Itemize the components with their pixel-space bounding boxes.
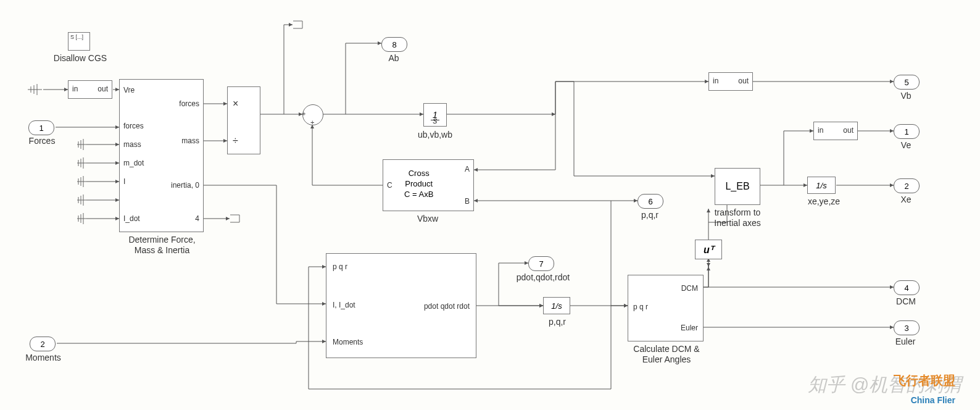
dcm-out-dcm: DCM [681, 284, 698, 293]
det-out-mass: mass [181, 136, 199, 145]
outport-ve[interactable]: 1 [894, 124, 920, 139]
determine-block[interactable]: Vre forces mass m_dot I I_dot forces mas… [119, 79, 204, 232]
watermark-brand: 飞行者联盟 [894, 372, 955, 389]
cross-text: Cross Product C = AxB [404, 169, 433, 200]
outport-pqr-num: 6 [648, 197, 652, 206]
divide-bot: ÷ [233, 135, 238, 146]
integrator2-text: 1/s [816, 181, 826, 190]
dcm-in-pqr: p q r [633, 303, 648, 311]
outport-vb[interactable]: 5 [894, 75, 920, 90]
selector-2-in: in [713, 77, 718, 85]
cross-C: C [387, 181, 392, 190]
determine-block-label: Determine Force,Mass & Inertia [117, 235, 207, 256]
det-port-idot: I_dot [123, 214, 140, 223]
inport-moments[interactable]: 2 [30, 337, 56, 351]
integrator-xe[interactable]: 1/s [807, 177, 836, 194]
selector-3-out: out [843, 126, 853, 135]
cross-label: Vbxw [400, 214, 455, 224]
det-port-i: I [123, 177, 125, 186]
det-out-inertia: inertia, 0 [171, 181, 199, 190]
disallow-cgs-block[interactable]: S [...] [68, 32, 90, 51]
outport-dcm-label: DCM [892, 296, 920, 306]
outport-vb-num: 5 [904, 78, 908, 87]
leb-label: transform toInertial axes [704, 207, 771, 228]
integrator3-label: p,q,r [540, 317, 575, 327]
outport-pqr[interactable]: 6 [637, 194, 663, 209]
transpose-text: uᵀ [704, 244, 713, 256]
dcm-block[interactable]: p q r DCM Euler [628, 275, 704, 341]
inport-forces[interactable]: 1 [28, 120, 54, 135]
cross-line3: C = AxB [404, 190, 433, 200]
outport-ab[interactable]: 8 [381, 37, 407, 52]
outport-pqr-label: p,q,r [633, 210, 667, 220]
outport-vb-label: Vb [895, 91, 917, 101]
sum-plus1: + [302, 110, 305, 117]
cross-line2: Product [404, 179, 433, 190]
outport-dcm-num: 4 [904, 283, 908, 293]
rates-out: pdot qdot rdot [424, 302, 470, 311]
outport-pdot-label: pdot,qdot,rdot [506, 272, 580, 282]
det-out-4: 4 [195, 214, 199, 223]
outport-pdot-num: 7 [539, 259, 543, 269]
outport-euler[interactable]: 3 [894, 320, 920, 335]
dcm-label: Calculate DCM &Euler Angles [617, 344, 716, 365]
transpose-block[interactable]: uᵀ [695, 240, 722, 259]
outport-ve-label: Ve [895, 140, 917, 150]
cross-B: B [465, 197, 470, 206]
outport-euler-num: 3 [904, 324, 908, 333]
sum-block[interactable]: + + [302, 104, 323, 125]
outport-ab-label: Ab [383, 53, 405, 63]
det-out-forces: forces [179, 99, 199, 108]
outport-dcm[interactable]: 4 [894, 280, 920, 295]
leb-text: L_EB [725, 181, 749, 192]
disallow-cgs-icon: S [...] [70, 34, 83, 40]
integrator3-text: 1/s [551, 301, 562, 311]
leb-block[interactable]: L_EB [715, 168, 760, 205]
selector-1[interactable]: in out [68, 80, 112, 99]
outport-xe-num: 2 [904, 182, 908, 191]
outport-xe[interactable]: 2 [894, 178, 920, 193]
outport-euler-label: Euler [890, 337, 921, 346]
dcm-out-euler: Euler [681, 324, 698, 332]
selector-3[interactable]: in out [813, 122, 858, 140]
rates-iidot: I, I_dot [333, 301, 355, 309]
rates-pqr: p q r [333, 262, 347, 271]
outport-ve-num: 1 [904, 127, 908, 136]
cross-line1: Cross [404, 169, 433, 179]
det-port-mass: mass [123, 140, 141, 149]
inport-moments-num: 2 [40, 340, 44, 349]
selector-1-in: in [72, 85, 78, 93]
selector-2-out: out [738, 77, 749, 85]
simulink-canvas: S [...] Disallow CGS in out 1 Forces Vre… [0, 0, 980, 410]
inport-moments-label: Moments [12, 353, 74, 362]
cross-product-block[interactable]: A B C Cross Product C = AxB [383, 159, 474, 211]
outport-pdot[interactable]: 7 [528, 256, 554, 271]
selector-3-in: in [818, 126, 823, 135]
divide-top: × [233, 98, 238, 109]
rates-block[interactable]: p q r I, I_dot Moments pdot qdot rdot [326, 253, 476, 358]
integrator-pqr[interactable]: 1/s [543, 297, 570, 314]
inport-forces-label: Forces [17, 136, 67, 146]
integrator2-label: xe,ye,ze [799, 196, 849, 206]
sum-plus2: + [310, 119, 314, 126]
watermark-sub: China Flier [911, 395, 955, 405]
det-port-forces: forces [123, 122, 144, 130]
integrator1-label: ub,vb,wb [407, 130, 463, 140]
selector-2[interactable]: in out [708, 72, 753, 91]
rates-moments: Moments [333, 338, 363, 346]
disallow-cgs-label: Disallow CGS [49, 53, 111, 63]
det-port-mdot: m_dot [123, 159, 144, 167]
integrator1-s: s [423, 103, 447, 127]
cross-A: A [465, 165, 470, 174]
divide-block[interactable]: × ÷ [227, 86, 260, 154]
det-port-vre: Vre [123, 86, 135, 94]
selector-1-out: out [98, 85, 108, 93]
inport-forces-num: 1 [39, 123, 43, 133]
outport-ab-num: 8 [392, 40, 396, 49]
outport-xe-label: Xe [895, 195, 917, 204]
